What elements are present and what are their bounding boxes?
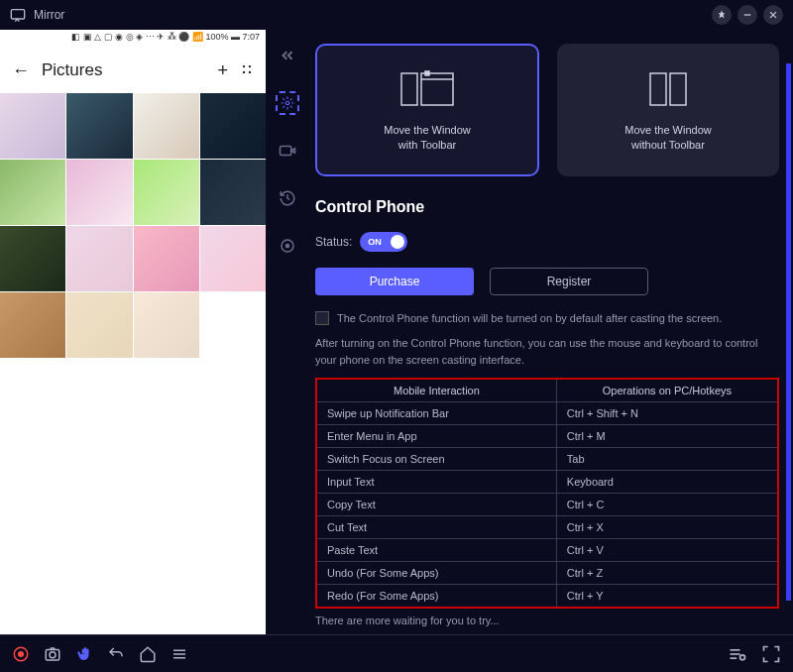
button-row: Purchase Register <box>315 268 779 295</box>
svg-rect-13 <box>401 73 417 105</box>
photo-thumb[interactable] <box>66 93 132 159</box>
table-row: Copy TextCtrl + C <box>316 494 778 516</box>
status-row: Status: ON <box>315 232 779 252</box>
window-mode-cards: Move the Windowwith Toolbar Move the Win… <box>315 44 779 176</box>
screenshot-button[interactable] <box>44 645 61 663</box>
photo-thumb[interactable] <box>0 93 65 159</box>
playlist-button[interactable] <box>728 644 747 664</box>
table-cell-action: Input Text <box>316 471 556 494</box>
phone-header: ← Pictures + <box>0 48 266 93</box>
pin-button[interactable] <box>712 5 732 25</box>
hand-icon <box>75 645 93 663</box>
list-settings-icon <box>728 644 747 664</box>
side-rail <box>266 30 309 634</box>
record-icon <box>12 645 30 663</box>
photo-thumb[interactable] <box>66 226 132 291</box>
svg-rect-17 <box>650 73 666 105</box>
history-rail-button[interactable] <box>276 186 299 210</box>
svg-point-6 <box>243 70 245 72</box>
back-button[interactable]: ← <box>12 60 30 81</box>
photo-gallery[interactable] <box>0 93 266 634</box>
section-title: Control Phone <box>315 198 779 216</box>
menu-nav-button[interactable] <box>170 645 188 663</box>
table-header-hotkey: Operations on PC/Hotkeys <box>556 379 778 402</box>
table-row: Redo (For Some Apps)Ctrl + Y <box>316 585 778 609</box>
card-without-toolbar[interactable]: Move the Windowwithout Toolbar <box>557 44 779 176</box>
photo-thumb[interactable] <box>200 226 266 291</box>
photo-thumb[interactable] <box>134 292 199 358</box>
svg-rect-9 <box>281 147 291 156</box>
phone-status-bar: ◧ ▣ △ ▢ ◉ ◎ ◈ ⋯ ✈ ⁂ ⚫ 📶 100% ▬ 7:07 <box>0 30 266 48</box>
gear-icon <box>281 96 294 110</box>
svg-rect-18 <box>670 73 686 105</box>
scrollbar[interactable] <box>786 63 791 515</box>
photo-thumb[interactable] <box>134 160 199 225</box>
status-label: Status: <box>315 235 352 249</box>
table-header-action: Mobile Interaction <box>316 379 556 402</box>
svg-rect-16 <box>425 71 429 75</box>
svg-point-12 <box>286 245 289 248</box>
view-toggle-button[interactable] <box>240 60 254 81</box>
window-no-toolbar-icon <box>633 67 703 111</box>
main-area: ◧ ▣ △ ▢ ◉ ◎ ◈ ⋯ ✈ ⁂ ⚫ 📶 100% ▬ 7:07 ← Pi… <box>0 30 793 634</box>
grid-dots-icon <box>240 62 254 76</box>
target-icon <box>279 237 296 255</box>
table-row: Undo (For Some Apps)Ctrl + Z <box>316 562 778 585</box>
scrollbar[interactable] <box>786 515 791 601</box>
control-mode-button[interactable] <box>75 645 93 663</box>
menu-icon <box>170 645 188 663</box>
photo-thumb[interactable] <box>134 93 199 159</box>
photo-thumb[interactable] <box>200 93 266 159</box>
minimize-icon <box>742 10 752 20</box>
camera-icon <box>279 142 296 160</box>
target-rail-button[interactable] <box>276 234 299 258</box>
collapse-button[interactable] <box>276 44 299 67</box>
app-logo-icon <box>10 7 26 23</box>
back-nav-button[interactable] <box>107 645 125 663</box>
history-icon <box>279 189 296 207</box>
card-label: Move the Windowwithout Toolbar <box>624 123 711 154</box>
toggle-state-label: ON <box>368 237 382 247</box>
undo-icon <box>107 645 125 663</box>
add-button[interactable]: + <box>217 60 228 81</box>
settings-panel: Move the Windowwith Toolbar Move the Win… <box>309 30 793 634</box>
minimize-button[interactable] <box>737 5 757 25</box>
table-cell-action: Copy Text <box>316 494 556 516</box>
photo-thumb[interactable] <box>134 226 199 291</box>
fullscreen-icon <box>761 644 781 664</box>
chevron-left-double-icon <box>279 47 296 64</box>
purchase-button[interactable]: Purchase <box>315 268 474 295</box>
phone-screen-title: Pictures <box>42 60 205 80</box>
table-cell-action: Undo (For Some Apps) <box>316 562 556 585</box>
table-row: Swipe up Notification BarCtrl + Shift + … <box>316 402 778 425</box>
record-rail-button[interactable] <box>276 139 299 163</box>
register-button[interactable]: Register <box>490 268 648 295</box>
fullscreen-button[interactable] <box>761 644 781 664</box>
photo-thumb[interactable] <box>200 160 266 225</box>
svg-point-4 <box>243 64 245 66</box>
svg-point-20 <box>18 651 24 657</box>
svg-rect-0 <box>11 10 24 19</box>
photo-thumb[interactable] <box>0 226 65 291</box>
table-row: Paste TextCtrl + V <box>316 539 778 562</box>
svg-point-29 <box>740 654 745 659</box>
phone-mirror-panel[interactable]: ◧ ▣ △ ▢ ◉ ◎ ◈ ⋯ ✈ ⁂ ⚫ 📶 100% ▬ 7:07 ← Pi… <box>0 30 266 634</box>
window-toolbar-icon <box>393 67 462 111</box>
svg-point-22 <box>50 651 56 657</box>
table-cell-action: Swipe up Notification Bar <box>316 402 556 425</box>
card-with-toolbar[interactable]: Move the Windowwith Toolbar <box>315 44 539 176</box>
settings-rail-button[interactable] <box>276 91 299 115</box>
table-cell-action: Redo (For Some Apps) <box>316 585 556 609</box>
home-nav-button[interactable] <box>139 645 157 663</box>
control-phone-toggle[interactable]: ON <box>360 232 407 252</box>
close-button[interactable] <box>763 5 783 25</box>
default-on-checkbox[interactable] <box>315 311 329 325</box>
photo-thumb[interactable] <box>0 292 65 358</box>
photo-thumb[interactable] <box>0 160 65 225</box>
photo-thumb[interactable] <box>66 292 132 358</box>
hotkey-table: Mobile Interaction Operations on PC/Hotk… <box>315 378 779 609</box>
photo-thumb[interactable] <box>66 160 132 225</box>
toolbar-left <box>12 645 714 663</box>
checkbox-label: The Control Phone function will be turne… <box>337 312 722 324</box>
record-button[interactable] <box>12 645 30 663</box>
